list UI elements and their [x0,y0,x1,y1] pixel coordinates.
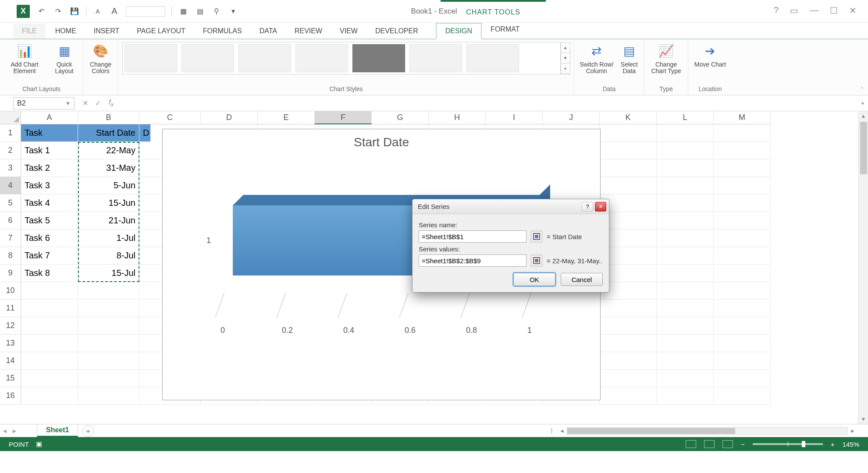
chart-styles-gallery[interactable] [122,42,561,74]
cell-K4[interactable] [600,177,657,194]
name-box-dropdown-icon[interactable]: ▼ [65,100,71,106]
zoom-level[interactable]: 145% [843,441,859,448]
macro-record-icon[interactable]: ▣ [36,440,42,448]
cell-M7[interactable] [714,229,771,247]
change-colors-button[interactable]: 🎨 Change Colors [89,42,113,75]
cell-M3[interactable] [714,159,771,177]
series-values-input[interactable] [419,254,526,267]
column-header-B[interactable]: B [78,111,139,124]
sheet-tab-sheet1[interactable]: Sheet1 [37,424,78,437]
cell-A11[interactable] [21,300,78,317]
qat-zoom-icon[interactable]: ⚲ [211,6,222,17]
vertical-scrollbar[interactable]: ▲ ▼ [858,111,868,424]
cell-L2[interactable] [657,142,714,159]
cell-B12[interactable] [78,317,139,335]
tab-home[interactable]: HOME [46,24,85,39]
cell-A13[interactable] [21,335,78,352]
column-header-G[interactable]: G [372,111,429,124]
cell-A1[interactable]: Task [21,124,78,142]
qat-icon-1[interactable]: ▦ [178,6,189,17]
tab-developer[interactable]: DEVELOPER [366,24,427,39]
row-header-11[interactable]: 11 [0,300,21,317]
cell-L12[interactable] [657,317,714,335]
change-chart-type-button[interactable]: 📈 Change Chart Type [650,42,683,75]
cell-A8[interactable]: Task 7 [21,247,78,265]
column-header-C[interactable]: C [139,111,201,124]
column-header-J[interactable]: J [543,111,600,124]
font-combo[interactable] [126,6,165,17]
cell-A15[interactable] [21,370,78,387]
switch-row-column-button[interactable]: ⇄ Switch Row/ Column [580,42,614,75]
row-header-5[interactable]: 5 [0,194,21,212]
dialog-close-button[interactable]: ✕ [595,202,606,212]
cell-K2[interactable] [600,142,657,159]
dialog-title-bar[interactable]: Edit Series ? ✕ [413,199,609,214]
series-name-ref-button[interactable] [531,231,542,242]
tab-file[interactable]: FILE [13,24,46,39]
cell-M15[interactable] [714,370,771,387]
column-header-L[interactable]: L [657,111,714,124]
column-header-K[interactable]: K [600,111,657,124]
cell-A14[interactable] [21,352,78,370]
row-header-2[interactable]: 2 [0,142,21,159]
cell-L3[interactable] [657,159,714,177]
ribbon-display-button[interactable]: ▭ [790,5,798,16]
view-normal-button[interactable] [686,440,696,448]
cell-M2[interactable] [714,142,771,159]
zoom-out-button[interactable]: − [741,441,745,448]
row-header-13[interactable]: 13 [0,335,21,352]
cell-M16[interactable] [714,387,771,405]
fx-icon[interactable]: fx [109,99,118,108]
cell-B2[interactable]: 22-May [78,142,139,159]
cell-L10[interactable] [657,282,714,300]
redo-button[interactable]: ↷ [53,6,63,17]
cell-K12[interactable] [600,317,657,335]
cell-M13[interactable] [714,335,771,352]
cell-A9[interactable]: Task 8 [21,265,78,282]
spreadsheet-grid[interactable]: 12345678910111213141516 ABCDEFGHIJKLM Ta… [0,111,868,424]
cell-B8[interactable]: 8-Jul [78,247,139,265]
cell-B3[interactable]: 31-May [78,159,139,177]
qat-more-icon[interactable]: ▾ [228,6,238,17]
maximize-button[interactable]: ☐ [830,5,838,16]
tab-page-layout[interactable]: PAGE LAYOUT [128,24,194,39]
cell-L14[interactable] [657,352,714,370]
column-header-H[interactable]: H [429,111,486,124]
add-sheet-button[interactable]: ＋ [82,425,94,437]
undo-button[interactable]: ↶ [36,6,46,17]
column-header-A[interactable]: A [21,111,78,124]
select-data-button[interactable]: ▤ Select Data [620,42,639,75]
cell-M10[interactable] [714,282,771,300]
tab-review[interactable]: REVIEW [286,24,331,39]
cell-K14[interactable] [600,352,657,370]
cell-B14[interactable] [78,352,139,370]
cell-K16[interactable] [600,387,657,405]
row-header-14[interactable]: 14 [0,352,21,370]
row-header-6[interactable]: 6 [0,212,21,229]
row-header-12[interactable]: 12 [0,317,21,335]
cell-B1[interactable]: Start Date [78,124,139,142]
horizontal-scrollbar[interactable]: ⁞ ◄ ► [551,427,857,435]
row-header-9[interactable]: 9 [0,265,21,282]
tab-insert[interactable]: INSERT [85,24,128,39]
add-chart-element-button[interactable]: 📊 Add Chart Element [5,42,44,75]
cell-A3[interactable]: Task 2 [21,159,78,177]
zoom-in-button[interactable]: + [831,441,835,448]
chart-styles-more-button[interactable]: ▲▼▾ [561,42,570,74]
cell-M9[interactable] [714,265,771,282]
cell-M4[interactable] [714,177,771,194]
row-header-1[interactable]: 1 [0,124,21,142]
cell-L7[interactable] [657,229,714,247]
cell-K15[interactable] [600,370,657,387]
cell-A4[interactable]: Task 3 [21,177,78,194]
column-header-I[interactable]: I [486,111,543,124]
quick-layout-button[interactable]: ▦ Quick Layout [51,42,78,75]
column-header-F[interactable]: F [315,111,372,124]
cell-K13[interactable] [600,335,657,352]
tab-view[interactable]: VIEW [331,24,366,39]
tab-design[interactable]: DESIGN [436,23,482,39]
formula-input[interactable] [118,97,857,109]
cell-B11[interactable] [78,300,139,317]
cell-B7[interactable]: 1-Jul [78,229,139,247]
cell-M11[interactable] [714,300,771,317]
